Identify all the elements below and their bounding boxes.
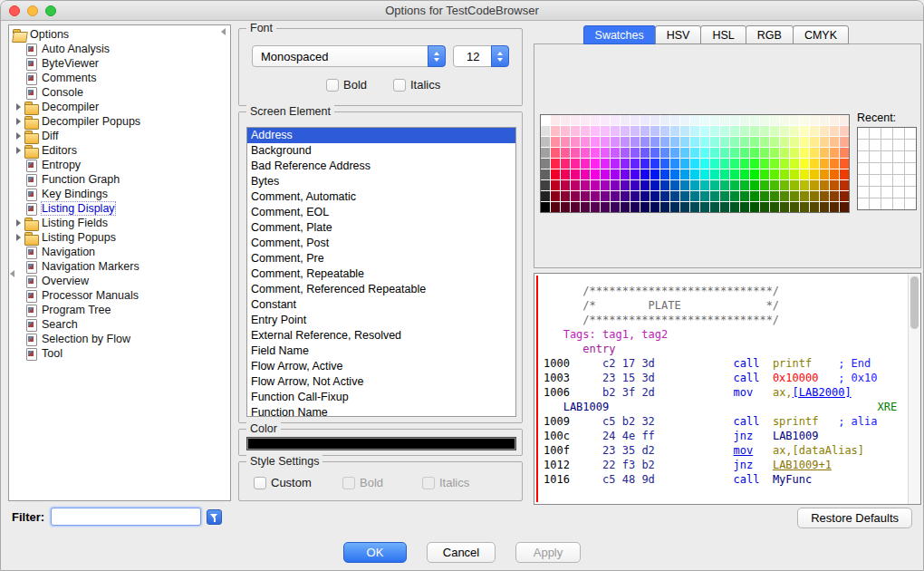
screen-element-external-reference-resolved[interactable]: External Reference, Resolved bbox=[247, 328, 515, 344]
swatch-cell[interactable] bbox=[591, 180, 600, 190]
swatch-cell[interactable] bbox=[601, 115, 610, 125]
swatch-cell[interactable] bbox=[561, 191, 570, 201]
swatch-cell[interactable] bbox=[581, 148, 590, 158]
swatch-cell[interactable] bbox=[660, 169, 669, 179]
swatch-cell[interactable] bbox=[650, 191, 659, 201]
stepper-icon[interactable] bbox=[428, 45, 446, 67]
swatch-cell[interactable] bbox=[720, 202, 729, 212]
swatch-cell[interactable] bbox=[770, 126, 779, 136]
swatch-cell[interactable] bbox=[790, 115, 799, 125]
titlebar[interactable]: Options for TestCodeBrowser bbox=[1, 1, 923, 21]
recent-swatch-cell[interactable] bbox=[893, 151, 904, 162]
swatch-cell[interactable] bbox=[710, 202, 719, 212]
swatch-cell[interactable] bbox=[770, 191, 779, 201]
swatch-cell[interactable] bbox=[730, 202, 739, 212]
screen-element-comment-eol[interactable]: Comment, EOL bbox=[247, 205, 515, 220]
tree-item-overview[interactable]: Overview bbox=[9, 274, 230, 288]
swatch-cell[interactable] bbox=[571, 159, 580, 169]
swatch-cell[interactable] bbox=[720, 126, 729, 136]
expand-arrow-icon[interactable] bbox=[13, 147, 24, 154]
style-italics-checkbox[interactable]: Italics bbox=[422, 476, 469, 489]
swatch-cell[interactable] bbox=[760, 148, 769, 158]
swatch-cell[interactable] bbox=[830, 202, 839, 212]
swatch-cell[interactable] bbox=[710, 115, 719, 125]
recent-swatch-cell[interactable] bbox=[858, 151, 869, 162]
recent-swatch-cell[interactable] bbox=[870, 140, 881, 150]
swatch-cell[interactable] bbox=[690, 115, 699, 125]
custom-checkbox[interactable]: Custom bbox=[254, 476, 312, 489]
swatch-cell[interactable] bbox=[740, 202, 749, 212]
recent-swatch-cell[interactable] bbox=[870, 151, 881, 162]
swatch-cell[interactable] bbox=[750, 115, 759, 125]
swatch-cell[interactable] bbox=[760, 115, 769, 125]
swatch-cell[interactable] bbox=[720, 148, 729, 158]
swatch-cell[interactable] bbox=[650, 159, 659, 169]
swatch-cell[interactable] bbox=[541, 126, 550, 136]
swatch-cell[interactable] bbox=[770, 159, 779, 169]
swatch-cell[interactable] bbox=[810, 169, 819, 179]
tree-item-search[interactable]: Search bbox=[9, 317, 230, 332]
swatch-cell[interactable] bbox=[690, 148, 699, 158]
swatch-cell[interactable] bbox=[561, 202, 570, 212]
swatch-cell[interactable] bbox=[800, 137, 809, 147]
swatch-cell[interactable] bbox=[710, 169, 719, 179]
swatch-cell[interactable] bbox=[551, 159, 560, 169]
swatch-cell[interactable] bbox=[650, 137, 659, 147]
swatch-cell[interactable] bbox=[710, 191, 719, 201]
swatch-cell[interactable] bbox=[591, 126, 600, 136]
swatch-cell[interactable] bbox=[820, 115, 829, 125]
swatch-cell[interactable] bbox=[720, 191, 729, 201]
recent-swatch-cell[interactable] bbox=[905, 175, 916, 186]
screen-element-comment-pre[interactable]: Comment, Pre bbox=[247, 251, 515, 266]
swatch-cell[interactable] bbox=[730, 180, 739, 190]
swatch-cell[interactable] bbox=[581, 180, 590, 190]
swatch-cell[interactable] bbox=[630, 126, 640, 136]
close-button[interactable] bbox=[9, 5, 20, 16]
swatch-cell[interactable] bbox=[830, 115, 839, 125]
swatch-cell[interactable] bbox=[581, 202, 590, 212]
swatch-cell[interactable] bbox=[820, 159, 829, 169]
screen-element-comment-plate[interactable]: Comment, Plate bbox=[247, 220, 515, 236]
swatch-cell[interactable] bbox=[770, 202, 779, 212]
swatch-cell[interactable] bbox=[571, 191, 580, 201]
restore-defaults-button[interactable]: Restore Defaults bbox=[797, 508, 912, 528]
tree-item-navigation[interactable]: Navigation bbox=[9, 245, 230, 259]
swatch-cell[interactable] bbox=[621, 126, 630, 136]
swatch-cell[interactable] bbox=[611, 126, 620, 136]
swatch-cell[interactable] bbox=[830, 137, 839, 147]
swatch-cell[interactable] bbox=[581, 126, 590, 136]
swatch-cell[interactable] bbox=[750, 159, 759, 169]
swatch-cell[interactable] bbox=[720, 137, 729, 147]
tree-item-auto-analysis[interactable]: Auto Analysis bbox=[9, 42, 230, 56]
swatch-cell[interactable] bbox=[820, 180, 829, 190]
swatch-cell[interactable] bbox=[660, 126, 669, 136]
tree-item-listing-display[interactable]: Listing Display bbox=[9, 201, 230, 216]
swatch-cell[interactable] bbox=[790, 137, 799, 147]
swatch-cell[interactable] bbox=[750, 202, 759, 212]
swatch-cell[interactable] bbox=[820, 137, 829, 147]
swatch-cell[interactable] bbox=[621, 202, 630, 212]
swatch-cell[interactable] bbox=[591, 137, 600, 147]
swatch-cell[interactable] bbox=[840, 159, 849, 169]
swatch-cell[interactable] bbox=[840, 169, 849, 179]
recent-swatch-cell[interactable] bbox=[893, 198, 904, 209]
swatch-cell[interactable] bbox=[720, 159, 729, 169]
swatch-cell[interactable] bbox=[820, 148, 829, 158]
swatch-cell[interactable] bbox=[551, 202, 560, 212]
tree-item-selection-by-flow[interactable]: Selection by Flow bbox=[9, 332, 230, 346]
recent-swatch-cell[interactable] bbox=[905, 128, 916, 139]
zoom-button[interactable] bbox=[45, 5, 56, 16]
swatch-cell[interactable] bbox=[830, 159, 839, 169]
recent-swatch-cell[interactable] bbox=[905, 198, 916, 209]
screen-element-constant[interactable]: Constant bbox=[247, 297, 515, 313]
current-color-swatch[interactable] bbox=[246, 437, 516, 450]
screen-element-field-name[interactable]: Field Name bbox=[247, 344, 515, 359]
recent-swatch-cell[interactable] bbox=[881, 140, 892, 150]
swatch-cell[interactable] bbox=[770, 169, 779, 179]
swatch-cell[interactable] bbox=[621, 137, 630, 147]
swatch-cell[interactable] bbox=[830, 148, 839, 158]
swatch-cell[interactable] bbox=[680, 202, 689, 212]
swatch-cell[interactable] bbox=[770, 115, 779, 125]
swatch-cell[interactable] bbox=[660, 191, 669, 201]
swatch-cell[interactable] bbox=[670, 115, 679, 125]
